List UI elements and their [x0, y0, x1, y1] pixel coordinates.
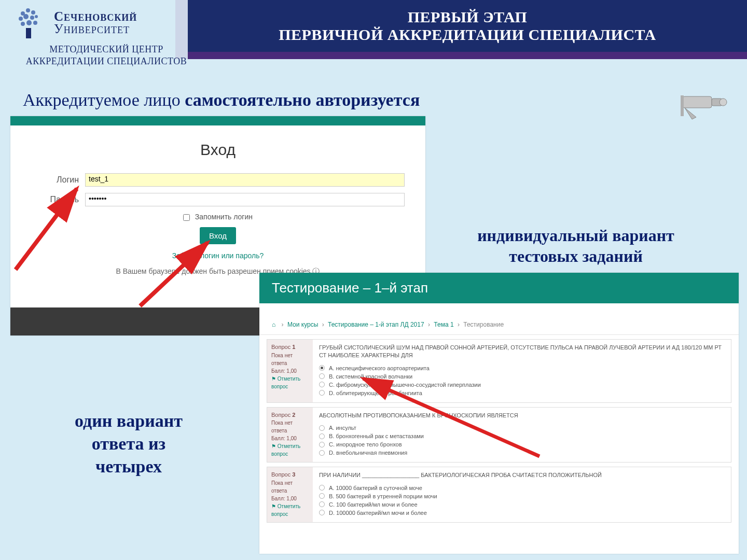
answer-option[interactable]: B. системной красной волчанки — [319, 373, 725, 380]
svg-point-8 — [26, 20, 32, 25]
svg-point-7 — [21, 22, 25, 26]
test-header: Тестирование – 1–й этап — [259, 273, 739, 303]
title-line-2: ПЕРВИЧНОЙ АККРЕДИТАЦИИ СПЕЦИАЛИСТА — [279, 26, 656, 44]
question-block: Вопрос 1Пока нет ответаБалл: 1,00⚑ Отмет… — [267, 339, 731, 403]
answer-text: C. 100 бактерий/мл мочи и более — [329, 501, 418, 508]
question-text: ПРИ НАЛИЧИИ __________________ БАКТЕРИОЛ… — [319, 471, 725, 479]
title-stripe — [188, 52, 747, 59]
remember-checkbox[interactable] — [183, 214, 190, 221]
answer-text: B. системной красной волчанки — [329, 373, 412, 380]
svg-point-4 — [23, 14, 29, 19]
remember-label: Запомнить логин — [195, 213, 253, 221]
answer-option[interactable]: A. неспецифического аортоартериита — [319, 365, 725, 371]
radio-icon[interactable] — [319, 450, 325, 456]
logo-block: Сеченовский Университет МЕТОДИЧЕСКИЙ ЦЕН… — [10, 4, 202, 67]
slide-title-bar: ПЕРВЫЙ ЭТАП ПЕРВИЧНОЙ АККРЕДИТАЦИИ СПЕЦИ… — [188, 0, 747, 52]
svg-point-13 — [720, 99, 727, 106]
radio-icon[interactable] — [319, 442, 325, 447]
answer-text: B. 500 бактерий в утренней порции мочи — [329, 493, 437, 499]
radio-icon[interactable] — [319, 382, 325, 387]
answer-text: D. облитерирующего тромбангиита — [329, 390, 422, 396]
answer-option[interactable]: B. 500 бактерий в утренней порции мочи — [319, 493, 725, 499]
question-sidebar: Вопрос 2Пока нет ответаБалл: 1,00⚑ Отмет… — [267, 408, 313, 462]
login-field-row: Логин test_1 — [31, 173, 405, 187]
svg-point-2 — [31, 10, 35, 15]
breadcrumb-item[interactable]: Мои курсы — [287, 321, 318, 328]
logo-text: Сеченовский Университет — [54, 9, 137, 36]
svg-rect-10 — [26, 28, 31, 38]
question-block: Вопрос 3Пока нет ответаБалл: 1,00⚑ Отмет… — [267, 467, 731, 522]
answer-option[interactable]: A. 10000 бактерий в суточной моче — [319, 485, 725, 491]
password-label: Пароль — [31, 195, 79, 204]
callout-individual-variant: индивидуальный вариант тестовых заданий — [436, 225, 716, 267]
answer-text: A. неспецифического аортоартериита — [329, 365, 430, 371]
breadcrumb-item[interactable]: Тестирование – 1-й этап ЛД 2017 — [328, 321, 424, 328]
university-logo-icon — [10, 4, 48, 41]
password-input[interactable]: ••••••• — [85, 193, 405, 206]
question-block: Вопрос 2Пока нет ответаБалл: 1,00⚑ Отмет… — [267, 407, 731, 463]
logo-subtitle: МЕТОДИЧЕСКИЙ ЦЕНТР АККРЕДИТАЦИИ СПЕЦИАЛИ… — [10, 44, 202, 67]
answer-text: C. инородное тело бронхов — [329, 441, 402, 447]
question-body: ГРУБЫЙ СИСТОЛИЧЕСКИЙ ШУМ НАД ПРАВОЙ СОНН… — [313, 340, 731, 402]
forgot-link[interactable]: Забыли логин или пароль? — [31, 251, 405, 260]
header-area: ПЕРВЫЙ ЭТАП ПЕРВИЧНОЙ АККРЕДИТАЦИИ СПЕЦИ… — [0, 0, 747, 83]
question-body: АБСОЛЮТНЫМ ПРОТИВОПОКАЗАНИЕМ К БРОНХОСКО… — [313, 408, 731, 462]
question-sidebar: Вопрос 3Пока нет ответаБалл: 1,00⚑ Отмет… — [267, 467, 313, 522]
radio-icon[interactable] — [319, 501, 325, 507]
radio-icon[interactable] — [319, 493, 325, 499]
login-top-bar — [10, 116, 425, 125]
question-text: ГРУБЫЙ СИСТОЛИЧЕСКИЙ ШУМ НАД ПРАВОЙ СОНН… — [319, 344, 725, 360]
answer-text: A. 10000 бактерий в суточной моче — [329, 485, 422, 491]
title-line-1: ПЕРВЫЙ ЭТАП — [408, 8, 528, 26]
breadcrumb: ⌂ › Мои курсы › Тестирование – 1-й этап … — [259, 303, 739, 335]
svg-point-1 — [26, 8, 30, 12]
logo-line-2: Университет — [54, 22, 137, 36]
svg-point-3 — [19, 17, 23, 21]
svg-point-9 — [33, 21, 37, 25]
password-field-row: Пароль ••••••• — [31, 193, 405, 206]
answer-option[interactable]: C. фибромускулярной мышечно-сосудистой г… — [319, 382, 725, 388]
answer-option[interactable]: D. облитерирующего тромбангиита — [319, 390, 725, 396]
slide-subtitle: Аккредитуемое лицо самостоятельно автори… — [23, 90, 420, 110]
questions-container: Вопрос 1Пока нет ответаБалл: 1,00⚑ Отмет… — [259, 339, 739, 523]
question-sidebar: Вопрос 1Пока нет ответаБалл: 1,00⚑ Отмет… — [267, 340, 313, 402]
question-text: АБСОЛЮТНЫМ ПРОТИВОПОКАЗАНИЕМ К БРОНХОСКО… — [319, 412, 725, 419]
answer-text: D. внебольничная пневмония — [329, 450, 407, 456]
home-icon[interactable]: ⌂ — [272, 321, 275, 328]
login-label: Логин — [31, 175, 79, 185]
answer-text: A. инсульт — [329, 425, 356, 431]
callout-one-of-four: один вариант ответа из четырех — [35, 410, 222, 479]
answer-option[interactable]: A. инсульт — [319, 425, 725, 431]
remember-row: Запомнить логин — [31, 213, 405, 221]
answer-text: C. фибромускулярной мышечно-сосудистой г… — [329, 382, 481, 388]
answer-option[interactable]: D. внебольничная пневмония — [319, 450, 725, 456]
radio-icon[interactable] — [319, 373, 325, 379]
svg-point-6 — [35, 15, 38, 18]
radio-icon[interactable] — [319, 510, 325, 515]
breadcrumb-item[interactable]: Тема 1 — [434, 321, 453, 328]
login-heading: Вход — [31, 141, 405, 159]
test-screenshot: Тестирование – 1–й этап ⌂ › Мои курсы › … — [259, 273, 739, 554]
svg-point-5 — [30, 16, 34, 20]
radio-icon[interactable] — [319, 433, 325, 439]
radio-icon[interactable] — [319, 390, 325, 396]
answer-option[interactable]: D. 100000 бактерий/мл мочи и более — [319, 510, 725, 516]
svg-rect-11 — [683, 96, 712, 108]
radio-icon[interactable] — [319, 365, 325, 371]
radio-icon[interactable] — [319, 425, 325, 431]
radio-icon[interactable] — [319, 485, 325, 491]
login-input[interactable]: test_1 — [85, 173, 405, 187]
answer-option[interactable]: C. инородное тело бронхов — [319, 441, 725, 447]
surveillance-camera-icon — [681, 87, 728, 124]
answer-text: B. бронхогенный рак с метастазами — [329, 433, 424, 439]
answer-option[interactable]: C. 100 бактерий/мл мочи и более — [319, 501, 725, 508]
answer-option[interactable]: B. бронхогенный рак с метастазами — [319, 433, 725, 439]
breadcrumb-current: Тестирование — [463, 321, 504, 328]
question-body: ПРИ НАЛИЧИИ __________________ БАКТЕРИОЛ… — [313, 467, 731, 522]
answer-text: D. 100000 бактерий/мл мочи и более — [329, 510, 427, 516]
svg-rect-14 — [681, 95, 684, 116]
login-button[interactable]: Вход — [200, 227, 236, 244]
